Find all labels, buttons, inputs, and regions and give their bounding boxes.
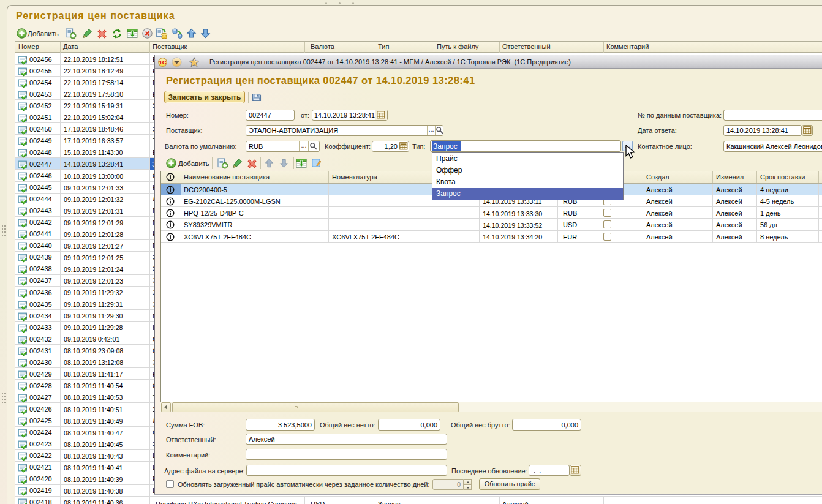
svg-text:1С: 1С — [159, 59, 167, 66]
